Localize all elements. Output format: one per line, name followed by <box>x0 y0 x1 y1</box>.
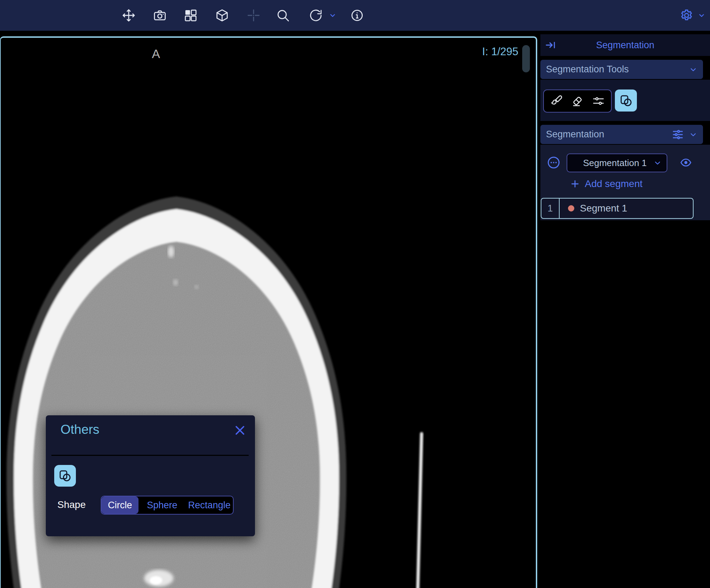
segmentation-section-body: Segmentation 1 Add segment 1 Segment 1 <box>540 145 710 220</box>
plus-icon <box>570 179 580 189</box>
add-segment-button[interactable]: Add segment <box>570 178 642 189</box>
segmentation-select[interactable]: Segmentation 1 <box>567 153 667 172</box>
3d-render-icon[interactable] <box>214 8 230 23</box>
crosshairs-icon[interactable] <box>246 8 261 23</box>
segmentation-tools-header[interactable]: Segmentation Tools <box>540 60 703 79</box>
segment-label: Segment 1 <box>580 203 627 214</box>
segment-index: 1 <box>541 199 560 218</box>
dialog-title: Others <box>61 422 99 437</box>
info-icon[interactable] <box>349 8 365 23</box>
segmentation-section-header[interactable]: Segmentation <box>540 125 703 144</box>
shape-option-circle[interactable]: Circle <box>101 496 139 514</box>
shapes-tool-icon[interactable] <box>615 89 637 112</box>
chevron-down-icon[interactable] <box>689 130 697 139</box>
layout-icon[interactable] <box>183 8 198 23</box>
segmentation-tools-body <box>540 80 710 121</box>
panel-title-bar: Segmentation <box>540 34 710 56</box>
panel-title: Segmentation <box>540 40 710 51</box>
chevron-down-icon <box>653 159 662 167</box>
segmentation-settings-icon[interactable] <box>672 128 684 141</box>
capture-icon[interactable] <box>152 8 168 23</box>
segmentation-tools-label: Segmentation Tools <box>546 64 689 75</box>
tool-group <box>543 89 612 113</box>
rotate-chevron-icon[interactable] <box>328 11 337 20</box>
eraser-tool-icon[interactable] <box>570 93 585 109</box>
close-icon[interactable] <box>234 424 246 436</box>
visibility-eye-icon[interactable] <box>679 157 693 168</box>
shape-option-rectangle[interactable]: Rectangle <box>186 496 233 514</box>
slice-indicator: I: 1/295 <box>482 45 518 58</box>
shape-option-group: Circle Sphere Rectangle <box>101 496 234 515</box>
brush-tool-icon[interactable] <box>549 93 564 109</box>
settings-gear-icon[interactable] <box>679 8 694 23</box>
chevron-down-icon[interactable] <box>689 65 697 74</box>
slice-scrollbar-thumb[interactable] <box>522 45 530 72</box>
collapse-panel-icon[interactable] <box>545 39 556 51</box>
settings-chevron-icon[interactable] <box>697 11 706 20</box>
threshold-sliders-icon[interactable] <box>591 93 606 109</box>
shapes-tool-icon[interactable] <box>54 465 76 487</box>
segmentation-select-value: Segmentation 1 <box>567 158 653 168</box>
shape-label: Shape <box>57 499 86 510</box>
segment-color-dot <box>568 205 574 211</box>
top-toolbar <box>0 0 710 31</box>
add-segment-label: Add segment <box>585 178 642 189</box>
others-dialog: Others Shape Circle Sphere Rectangle <box>46 415 255 536</box>
segmentation-section-label: Segmentation <box>546 129 672 140</box>
rotate-icon[interactable] <box>308 8 324 23</box>
segmentation-menu-icon[interactable] <box>547 156 561 170</box>
app-window: A I: 1/295 Segmentation Segmentation Too… <box>0 0 710 588</box>
pan-icon[interactable] <box>121 8 136 23</box>
segment-row[interactable]: 1 Segment 1 <box>541 198 694 219</box>
dialog-divider <box>51 455 249 456</box>
shape-option-sphere[interactable]: Sphere <box>139 496 186 514</box>
orientation-marker: A <box>145 47 166 61</box>
zoom-icon[interactable] <box>275 8 291 23</box>
